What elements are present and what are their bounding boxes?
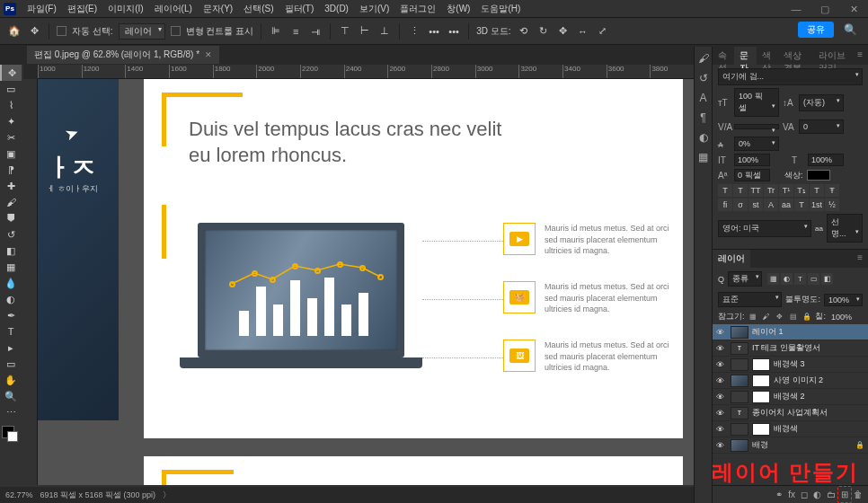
layer-filter-kind-dropdown[interactable]: 종류 [728, 271, 762, 287]
layer-item[interactable]: 👁 배경색 3 [713, 357, 868, 373]
home-icon[interactable]: 🏠 [7, 24, 22, 39]
more-options-icon[interactable]: ••• [447, 24, 461, 39]
lock-position-icon[interactable]: ✥ [775, 312, 785, 322]
history-panel-icon[interactable]: ↺ [699, 72, 708, 84]
dodge-tool[interactable]: ◐ [0, 291, 22, 307]
3d-pan-icon[interactable]: ✥ [555, 24, 570, 39]
3d-slide-icon[interactable]: ↔ [575, 24, 589, 39]
marquee-tool[interactable]: ▭ [0, 81, 22, 97]
layer-name[interactable]: 배경색 [774, 423, 798, 435]
menu-plugins[interactable]: 플러그인 [394, 3, 441, 15]
hand-tool[interactable]: ✋ [0, 372, 22, 388]
menu-edit[interactable]: 편집(E) [62, 3, 102, 15]
tab-color[interactable]: 색상 [757, 47, 778, 65]
discretionary-button[interactable]: st [748, 199, 763, 211]
align-vcenter-icon[interactable]: ⊢ [358, 24, 372, 39]
titling-button[interactable]: T [794, 199, 809, 211]
font-size-input[interactable]: 100 픽셀 [734, 88, 779, 117]
distribute-v-icon[interactable]: ••• [427, 24, 441, 39]
menu-image[interactable]: 이미지(I) [102, 3, 148, 15]
layer-thumbnail[interactable] [731, 326, 748, 339]
layers-panel-menu-icon[interactable]: ≡ [852, 250, 868, 268]
decoration-input[interactable]: 0% [734, 137, 779, 151]
align-left-icon[interactable]: ⊫ [269, 24, 283, 39]
layer-thumbnail[interactable] [731, 375, 748, 387]
layer-thumbnail[interactable] [731, 439, 748, 452]
layer-mask-thumbnail[interactable] [752, 391, 770, 403]
lasso-tool[interactable]: ⌇ [0, 97, 22, 113]
auto-select-checkbox[interactable] [57, 26, 66, 36]
canvas[interactable]: ➤ ㅏㅈ ㅔ ㅎ이ㅏ우지 Duis vel tempus lacus cras … [38, 79, 694, 485]
lock-transparency-icon[interactable]: ▦ [748, 312, 758, 322]
tab-libraries[interactable]: 라이브러리 [813, 47, 852, 65]
layer-mask-thumbnail[interactable] [752, 423, 770, 436]
edit-toolbar[interactable]: ⋯ [0, 404, 22, 420]
align-right-icon[interactable]: ⫣ [308, 24, 323, 39]
language-dropdown[interactable]: 영어: 미국 [718, 220, 811, 237]
layer-group-icon[interactable]: 🗀 [827, 490, 836, 499]
layer-mask-thumbnail[interactable] [752, 358, 770, 371]
strikethrough-button[interactable]: Ŧ [825, 184, 839, 197]
close-button[interactable]: ✕ [839, 0, 868, 18]
layer-thumbnail[interactable] [731, 391, 748, 403]
align-bottom-icon[interactable]: ⊥ [377, 24, 392, 39]
auto-select-dropdown[interactable]: 레이어 [119, 23, 165, 40]
fill-input[interactable]: 100% [828, 312, 863, 322]
visibility-toggle-icon[interactable]: 👁 [716, 328, 727, 337]
leading-input[interactable]: (자동) [799, 94, 844, 111]
document-dimensions[interactable]: 6918 픽셀 x 5168 픽셀 (300 ppi) [40, 490, 156, 501]
paragraph-panel-icon[interactable]: ¶ [700, 111, 705, 124]
visibility-toggle-icon[interactable]: 👁 [716, 441, 727, 450]
menu-type[interactable]: 문자(Y) [198, 3, 238, 15]
filter-shape-icon[interactable]: ▭ [808, 273, 819, 285]
layer-item[interactable]: 👁 배경색 2 [713, 389, 868, 405]
tab-layers[interactable]: 레이어 [713, 250, 750, 268]
close-tab-icon[interactable]: ✕ [205, 50, 212, 59]
layer-name[interactable]: 배경색 2 [774, 391, 805, 402]
fractions-button[interactable]: ½ [825, 199, 839, 211]
menu-view[interactable]: 보기(V) [354, 3, 394, 15]
italic-button[interactable]: T [733, 184, 748, 197]
font-family-dropdown[interactable]: 여기에 검... [718, 68, 863, 85]
align-hcenter-icon[interactable]: ≡ [288, 24, 303, 39]
smallcaps-button[interactable]: Tr [764, 184, 778, 197]
layer-thumbnail[interactable]: T [731, 407, 748, 419]
panel-menu-icon[interactable]: ≡ [852, 47, 868, 65]
lock-pixels-icon[interactable]: 🖌 [761, 312, 772, 322]
superscript-button[interactable]: T¹ [779, 184, 793, 197]
stylistic-button[interactable]: aa [779, 199, 793, 211]
menu-3d[interactable]: 3D(D) [319, 4, 354, 13]
adjustments-panel-icon[interactable]: ◐ [699, 131, 708, 144]
contextual-button[interactable]: σ [733, 199, 748, 211]
3d-orbit-icon[interactable]: ⟲ [516, 24, 530, 39]
frame-tool[interactable]: ▣ [0, 146, 22, 162]
menu-select[interactable]: 선택(S) [238, 3, 279, 15]
layer-item[interactable]: 👁 배경색 [713, 421, 868, 437]
kerning-input[interactable] [734, 124, 779, 129]
tab-properties[interactable]: 속성 [713, 47, 734, 65]
eyedropper-tool[interactable]: ⁋ [0, 162, 22, 178]
layer-item[interactable]: 👁 T 종이어치 사업계획서 [713, 405, 868, 421]
visibility-toggle-icon[interactable]: 👁 [716, 376, 727, 385]
layer-name[interactable]: 사영 이미지 2 [774, 375, 823, 386]
tracking-input[interactable]: 0 [799, 119, 844, 134]
search-icon[interactable]: 🔍 [844, 23, 857, 36]
baseline-input[interactable] [734, 169, 770, 181]
distribute-h-icon[interactable]: ⋮ [407, 24, 421, 39]
zoom-tool[interactable]: 🔍 [0, 388, 22, 404]
stamp-tool[interactable]: ⛊ [0, 210, 22, 226]
blur-tool[interactable]: 💧 [0, 275, 22, 291]
maximize-button[interactable]: ▢ [810, 0, 839, 18]
allcaps-button[interactable]: TT [748, 184, 763, 197]
brush-presets-icon[interactable]: 🖌 [698, 52, 709, 65]
ligatures-button[interactable]: fi [718, 199, 732, 211]
subscript-button[interactable]: T₁ [794, 184, 809, 197]
underline-button[interactable]: T [810, 184, 824, 197]
layer-thumbnail[interactable] [731, 358, 748, 371]
layer-name[interactable]: 종이어치 사업계획서 [752, 407, 828, 419]
healing-tool[interactable]: ✚ [0, 178, 22, 194]
filter-smart-icon[interactable]: ◧ [821, 273, 833, 285]
layer-name[interactable]: 배경색 3 [774, 358, 805, 370]
layer-style-icon[interactable]: fx [788, 490, 795, 499]
glyphs-panel-icon[interactable]: A [699, 92, 706, 104]
